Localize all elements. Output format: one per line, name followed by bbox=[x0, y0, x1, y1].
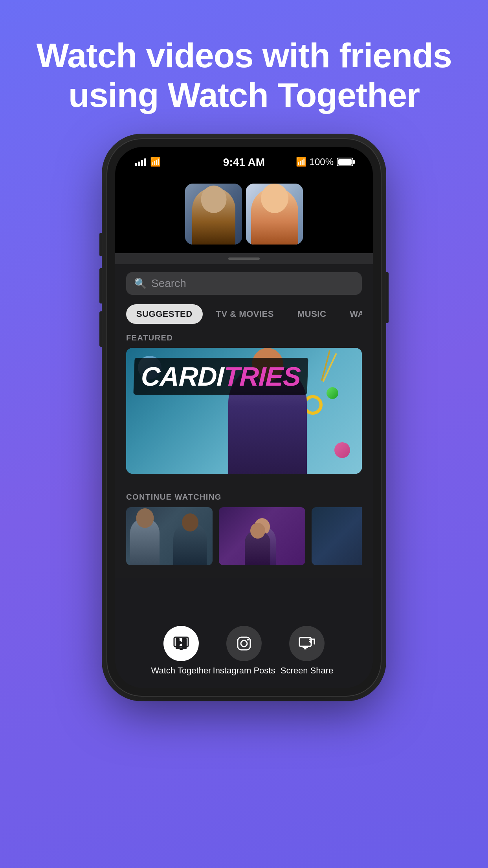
volume-down-button bbox=[99, 311, 103, 347]
ball-decor-2 bbox=[334, 442, 350, 458]
tab-suggested[interactable]: SUGGESTED bbox=[126, 304, 203, 324]
continue-watching-section: CONTINUE WATCHING bbox=[115, 493, 373, 565]
watch-together-icon-circle bbox=[163, 626, 199, 661]
play-icon bbox=[172, 635, 190, 652]
status-left: 📶 bbox=[135, 157, 161, 167]
signal-bars-icon bbox=[135, 158, 146, 166]
drag-handle[interactable] bbox=[115, 253, 373, 264]
card-person-4 bbox=[245, 530, 270, 565]
bluetooth-icon: 📶 bbox=[296, 157, 306, 167]
wifi-icon: 📶 bbox=[150, 157, 161, 167]
signal-bar-4 bbox=[144, 158, 146, 166]
screen-share-icon-circle bbox=[289, 626, 325, 661]
svg-rect-12 bbox=[304, 648, 306, 649]
status-bar: 📶 9:41 AM 📶 100% bbox=[115, 147, 373, 175]
screen-share-label: Screen Share bbox=[281, 665, 334, 677]
banner-title-cardi: CARDI bbox=[141, 361, 224, 391]
status-time: 9:41 AM bbox=[223, 156, 265, 169]
card-people-1 bbox=[126, 507, 213, 565]
phone-mockup: 📶 9:41 AM 📶 100% bbox=[106, 138, 382, 697]
video-card-3[interactable] bbox=[312, 507, 362, 565]
mute-button bbox=[99, 233, 103, 256]
signal-bar-2 bbox=[138, 162, 140, 166]
category-tabs: SUGGESTED TV & MOVIES MUSIC WATC bbox=[126, 304, 362, 324]
hero-title: Watch videos with friends using Watch To… bbox=[0, 35, 488, 115]
video-thumbnail-row bbox=[126, 507, 362, 565]
phone-screen: 📶 9:41 AM 📶 100% bbox=[115, 147, 373, 688]
instagram-icon bbox=[235, 634, 253, 653]
svg-rect-4 bbox=[178, 647, 184, 649]
instagram-icon-circle bbox=[226, 626, 262, 661]
volume-up-button bbox=[99, 268, 103, 303]
banner-title-tries: TRIES bbox=[223, 361, 301, 391]
card-person-2 bbox=[173, 522, 207, 565]
video-call-area bbox=[115, 175, 373, 253]
banner-title-block: CARDITRIES bbox=[134, 358, 308, 395]
tab-watc[interactable]: WATC bbox=[339, 304, 362, 324]
svg-point-9 bbox=[247, 638, 249, 640]
card-people-2 bbox=[219, 507, 305, 565]
instagram-posts-label: Instagram Posts bbox=[213, 665, 275, 677]
action-screen-share[interactable]: Screen Share bbox=[275, 626, 338, 677]
content-area: 🔍 Search SUGGESTED TV & MOVIES MUSIC WAT… bbox=[115, 264, 373, 493]
signal-bar-3 bbox=[141, 160, 143, 166]
featured-label: FEATURED bbox=[126, 333, 362, 342]
tab-music[interactable]: MUSIC bbox=[287, 304, 336, 324]
continue-watching-label: CONTINUE WATCHING bbox=[126, 493, 362, 502]
bottom-action-bar: Watch Together Instagram Posts bbox=[115, 578, 373, 688]
battery-percentage: 100% bbox=[310, 156, 334, 167]
video-card-1[interactable] bbox=[126, 507, 213, 565]
search-bar[interactable]: 🔍 Search bbox=[126, 272, 362, 295]
phone-shell: 📶 9:41 AM 📶 100% bbox=[106, 138, 382, 697]
featured-banner[interactable]: CARDITRIES bbox=[126, 348, 362, 474]
tab-tv-movies[interactable]: TV & MOVIES bbox=[206, 304, 284, 324]
video-thumb-person-1 bbox=[185, 184, 242, 245]
battery-icon bbox=[337, 158, 353, 166]
svg-point-8 bbox=[241, 640, 247, 647]
battery-fill bbox=[338, 159, 352, 165]
svg-rect-5 bbox=[180, 649, 183, 650]
banner-title-bg: CARDITRIES bbox=[133, 358, 308, 395]
svg-rect-1 bbox=[182, 638, 187, 649]
video-thumb-person-2 bbox=[246, 184, 303, 245]
video-card-2[interactable] bbox=[219, 507, 305, 565]
drag-handle-bar bbox=[228, 257, 260, 260]
status-right: 📶 100% bbox=[296, 156, 353, 167]
screen-share-icon bbox=[298, 634, 316, 653]
watch-together-label: Watch Together bbox=[151, 665, 211, 677]
actions-row: Watch Together Instagram Posts bbox=[115, 626, 373, 677]
action-watch-together[interactable]: Watch Together bbox=[150, 626, 213, 677]
svg-rect-11 bbox=[303, 647, 308, 648]
card-person-1 bbox=[130, 518, 160, 565]
action-instagram-posts[interactable]: Instagram Posts bbox=[213, 626, 275, 677]
signal-bar-1 bbox=[135, 163, 137, 166]
power-button bbox=[385, 272, 389, 323]
search-icon: 🔍 bbox=[134, 278, 147, 290]
search-placeholder: Search bbox=[151, 277, 186, 290]
ball-decor-3 bbox=[327, 387, 338, 399]
